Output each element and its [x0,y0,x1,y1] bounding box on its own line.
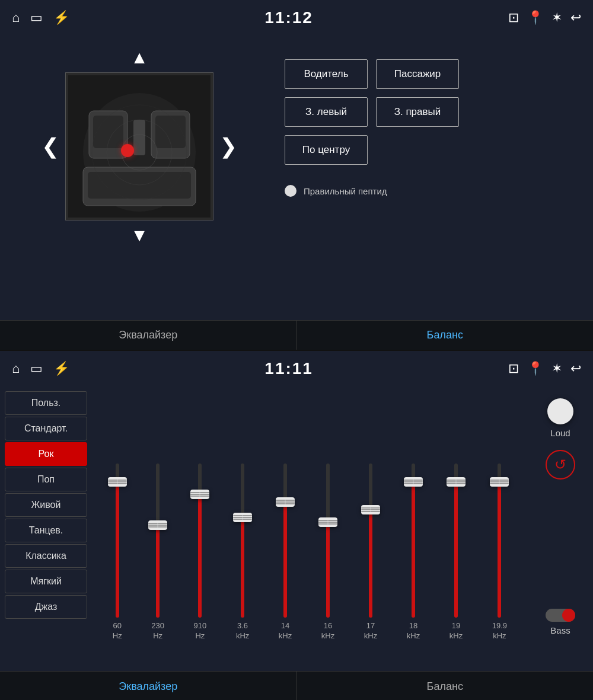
bass-track[interactable] [546,609,575,622]
slider-label-5: 16kHz [321,621,334,641]
bass-knob [562,609,575,622]
slider-handle-7[interactable] [404,477,423,487]
tab-equalizer-bottom[interactable]: Эквалайзер [0,672,297,700]
slider-fill-5 [326,522,330,618]
bluetooth-icon[interactable]: ✶ [551,10,562,25]
rear-left-button[interactable]: З. левый [285,97,368,127]
bluetooth-icon-2[interactable]: ✶ [551,361,562,376]
slider-col-1: 230Hz [151,392,164,641]
preset-item-5[interactable]: Танцев. [5,519,87,542]
bottom-panel: ⌂ ▭ ⚡ 11:11 ⊡ 📍 ✶ ↩ Польз.Стандарт.РокПо… [0,351,593,700]
slider-track-6[interactable] [369,464,372,618]
cast-icon[interactable]: ⊡ [508,10,519,25]
slider-col-0: 60Hz [113,392,122,641]
bottom-status-bar: ⌂ ▭ ⚡ 11:11 ⊡ 📍 ✶ ↩ [0,351,593,386]
preset-item-6[interactable]: Классика [5,544,87,568]
nav-left-button[interactable]: ❮ [42,134,59,159]
screen-icon[interactable]: ▭ [30,10,43,25]
sliders-container: 60Hz 230Hz 910Hz [98,392,522,641]
preset-list: Польз.Стандарт.РокПопЖивойТанцев.Классик… [0,386,92,641]
slider-label-2: 910Hz [194,621,207,641]
fade-label: Правильный пептид [304,186,387,196]
speaker-position-dot[interactable] [121,144,134,157]
slider-handle-5[interactable] [318,517,337,527]
slider-handle-9[interactable] [490,477,509,487]
slider-track-7[interactable] [412,464,415,618]
top-panel: ⌂ ▭ ⚡ 11:12 ⊡ 📍 ✶ ↩ ▲ ❮ [0,0,593,350]
slider-fill-9 [498,482,501,618]
preset-item-7[interactable]: Мягкий [5,570,87,593]
loud-button[interactable] [547,398,573,424]
nav-right-button[interactable]: ❯ [219,134,237,159]
slider-handle-8[interactable] [447,477,466,487]
bass-slider-row [546,609,575,622]
slider-track-2[interactable] [198,464,202,618]
reset-button[interactable]: ↺ [546,450,575,480]
slider-track-5[interactable] [326,464,330,618]
slider-col-9: 19.9kHz [492,392,507,641]
slider-label-0: 60Hz [113,621,122,641]
slider-col-4: 14kHz [279,392,292,641]
tab-balance-top[interactable]: Баланс [297,321,594,350]
slider-fill-1 [156,525,160,618]
preset-item-8[interactable]: Джаз [5,595,87,619]
slider-handle-2[interactable] [190,490,209,499]
slider-fill-3 [241,517,244,618]
back-icon[interactable]: ↩ [570,10,581,25]
screen-icon-2[interactable]: ▭ [30,361,43,376]
slider-handle-1[interactable] [148,520,167,530]
cast-icon-2[interactable]: ⊡ [508,361,519,376]
slider-col-2: 910Hz [194,392,207,641]
slider-handle-4[interactable] [276,497,295,507]
preset-item-4[interactable]: Живой [5,493,87,517]
driver-button[interactable]: Водитель [285,59,368,89]
slider-handle-6[interactable] [361,505,380,514]
tab-balance-bottom[interactable]: Баланс [297,672,594,700]
slider-label-6: 17kHz [364,621,377,641]
center-button[interactable]: По центру [285,135,368,165]
bottom-tab-bar: Эквалайзер Баланс [0,671,593,700]
slider-track-1[interactable] [156,464,160,618]
balance-area: ▲ ❮ [0,36,593,320]
buttons-section: Водитель Пассажир З. левый З. правый По … [285,41,581,314]
car-image-box [65,72,213,220]
home-icon-2[interactable]: ⌂ [12,361,20,376]
preset-item-1[interactable]: Стандарт. [5,417,87,440]
nav-up-button[interactable]: ▲ [130,47,148,68]
preset-item-2[interactable]: Рок [5,442,87,466]
back-icon-2[interactable]: ↩ [570,361,581,376]
slider-label-8: 19kHz [449,621,463,641]
speaker-row-rear: З. левый З. правый [285,97,459,127]
slider-label-7: 18kHz [407,621,420,641]
slider-track-4[interactable] [283,464,287,618]
car-image-section: ▲ ❮ [12,41,267,314]
slider-fill-6 [369,510,372,618]
slider-track-8[interactable] [454,464,458,618]
passenger-button[interactable]: Пассажир [376,59,459,89]
preset-item-3[interactable]: Поп [5,468,87,491]
bottom-status-right: ⊡ 📍 ✶ ↩ [508,361,581,376]
slider-track-9[interactable] [498,464,501,618]
loud-label: Loud [550,428,570,438]
nav-down-button[interactable]: ▼ [130,225,148,245]
slider-fill-4 [283,502,287,618]
slider-handle-0[interactable] [108,477,127,487]
bottom-time: 11:11 [264,359,313,378]
bass-label: Bass [550,625,570,635]
slider-fill-2 [198,494,202,618]
tab-equalizer-top[interactable]: Эквалайзер [0,321,297,350]
location-icon-2[interactable]: 📍 [527,361,543,376]
rear-right-button[interactable]: З. правый [376,97,459,127]
home-icon[interactable]: ⌂ [12,10,20,25]
speaker-row-front: Водитель Пассажир [285,59,459,89]
slider-track-0[interactable] [116,464,119,618]
slider-handle-3[interactable] [233,513,252,522]
loud-toggle: Loud [547,398,573,438]
location-icon[interactable]: 📍 [527,10,543,25]
usb-icon[interactable]: ⚡ [53,10,69,25]
preset-item-0[interactable]: Польз. [5,391,87,415]
slider-col-5: 16kHz [321,392,334,641]
usb-icon-2[interactable]: ⚡ [53,361,69,376]
slider-track-3[interactable] [241,464,244,618]
car-interior-svg [68,75,211,218]
